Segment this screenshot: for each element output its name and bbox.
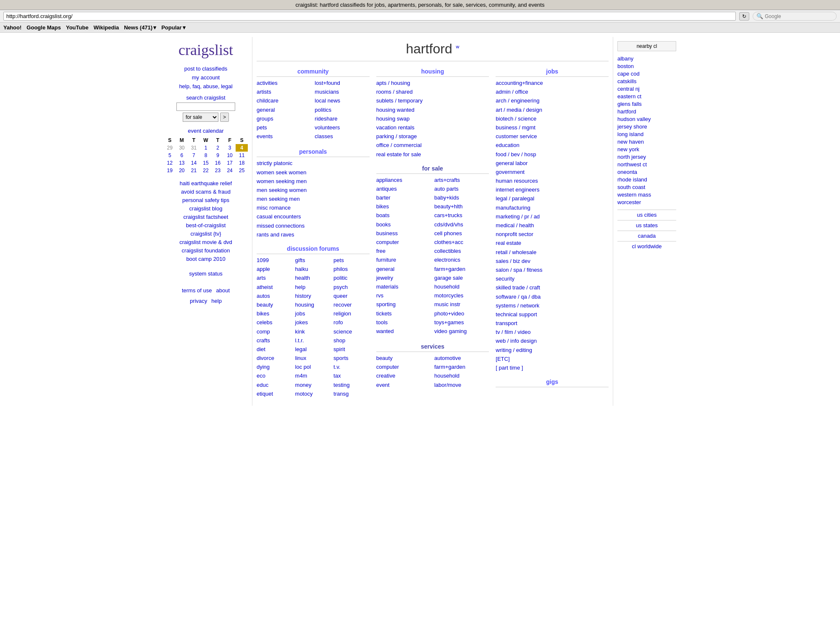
disc-atheist[interactable]: atheist bbox=[257, 284, 293, 291]
disc-philos[interactable]: philos bbox=[333, 265, 370, 273]
us-cities-link[interactable]: us cities bbox=[617, 212, 676, 218]
job-government[interactable]: government bbox=[496, 168, 609, 176]
disc-locpol[interactable]: loc pol bbox=[295, 363, 331, 371]
browser-search-box[interactable]: 🔍 bbox=[753, 12, 837, 21]
disc-bikes[interactable]: bikes bbox=[257, 310, 293, 318]
job-software[interactable]: software / qa / dba bbox=[496, 293, 609, 301]
disc-tv[interactable]: t.v. bbox=[333, 363, 370, 371]
bootcamp-link[interactable]: boot camp 2010 bbox=[164, 256, 248, 262]
cal-cell[interactable]: 30 bbox=[176, 144, 188, 152]
disc-comp[interactable]: comp bbox=[257, 328, 293, 336]
refresh-button[interactable]: ↻ bbox=[739, 12, 749, 21]
fs-wanted[interactable]: wanted bbox=[376, 328, 431, 335]
job-customer[interactable]: customer service bbox=[496, 133, 609, 140]
fs-rvs[interactable]: rvs bbox=[376, 292, 431, 299]
housing-rooms[interactable]: rooms / shared bbox=[376, 88, 489, 96]
disc-pets[interactable]: pets bbox=[333, 257, 370, 264]
community-link-events[interactable]: events bbox=[257, 133, 311, 140]
job-biotech[interactable]: biotech / science bbox=[496, 115, 609, 123]
disc-recover[interactable]: recover bbox=[333, 301, 370, 309]
system-status-link[interactable]: system status bbox=[164, 270, 248, 277]
disc-eco[interactable]: eco bbox=[257, 372, 293, 380]
cal-cell[interactable]: 20 bbox=[176, 167, 188, 174]
job-tech[interactable]: technical support bbox=[496, 311, 609, 318]
fs-bikes[interactable]: bikes bbox=[376, 203, 431, 210]
cal-cell[interactable]: 12 bbox=[164, 159, 176, 167]
nearby-easternct[interactable]: eastern ct bbox=[617, 93, 676, 100]
popular-dropdown[interactable]: Popular▾ bbox=[161, 24, 185, 31]
disc-m4m[interactable]: m4m bbox=[295, 372, 331, 380]
community-link-musicians[interactable]: musicians bbox=[315, 88, 369, 96]
factsheet-link[interactable]: craigslist factsheet bbox=[164, 214, 248, 220]
fs-furniture[interactable]: furniture bbox=[376, 256, 431, 264]
job-retail[interactable]: retail / wholesale bbox=[496, 249, 609, 256]
disc-sports[interactable]: sports bbox=[333, 354, 370, 362]
svc-creative[interactable]: creative bbox=[376, 372, 431, 380]
foundation-link[interactable]: craigslist foundation bbox=[164, 247, 248, 254]
tv-link[interactable]: craigslist {tv} bbox=[164, 231, 248, 237]
disc-ltr[interactable]: l.t.r. bbox=[295, 337, 331, 344]
job-food[interactable]: food / bev / hosp bbox=[496, 151, 609, 158]
best-of-link[interactable]: best-of-craigslist bbox=[164, 222, 248, 228]
job-accounting[interactable]: accounting+finance bbox=[496, 79, 609, 87]
bookmark-yahoo[interactable]: Yahoo! bbox=[3, 24, 21, 31]
fs-books[interactable]: books bbox=[376, 221, 431, 228]
nearby-worcester[interactable]: worcester bbox=[617, 199, 676, 205]
nearby-oneonta[interactable]: oneonta bbox=[617, 169, 676, 175]
disc-science[interactable]: science bbox=[333, 328, 370, 336]
disc-crafts[interactable]: crafts bbox=[257, 337, 293, 344]
cal-cell[interactable]: 18 bbox=[236, 159, 248, 167]
cal-cell[interactable]: 22 bbox=[200, 167, 212, 174]
disc-autos[interactable]: autos bbox=[257, 292, 293, 300]
svc-beauty[interactable]: beauty bbox=[376, 354, 431, 362]
community-link-general[interactable]: general bbox=[257, 106, 311, 114]
housing-swap[interactable]: housing swap bbox=[376, 115, 489, 123]
disc-queer[interactable]: queer bbox=[333, 292, 370, 300]
fs-general[interactable]: general bbox=[376, 265, 431, 273]
bookmark-google-maps[interactable]: Google Maps bbox=[26, 24, 61, 31]
disc-housing[interactable]: housing bbox=[295, 301, 331, 309]
svc-farmgarden[interactable]: farm+garden bbox=[434, 363, 489, 371]
fs-tickets[interactable]: tickets bbox=[376, 310, 431, 318]
address-input[interactable] bbox=[3, 12, 736, 21]
blog-link[interactable]: craigslist blog bbox=[164, 205, 248, 212]
cal-cell[interactable]: 15 bbox=[200, 159, 212, 167]
cal-cell[interactable]: 13 bbox=[176, 159, 188, 167]
us-states-link[interactable]: us states bbox=[617, 222, 676, 228]
nearby-hudsonvalley[interactable]: hudson valley bbox=[617, 116, 676, 122]
nearby-albany[interactable]: albany bbox=[617, 55, 676, 62]
disc-educ[interactable]: educ bbox=[257, 381, 293, 389]
job-security[interactable]: security bbox=[496, 275, 609, 283]
disc-money[interactable]: money bbox=[295, 381, 331, 389]
cal-cell[interactable]: 3 bbox=[224, 144, 236, 152]
w-link[interactable]: w bbox=[456, 44, 459, 49]
nearby-longisland[interactable]: long island bbox=[617, 131, 676, 137]
fs-clothesacc[interactable]: clothes+acc bbox=[434, 239, 489, 246]
svc-automotive[interactable]: automotive bbox=[434, 354, 489, 362]
fs-toysgames[interactable]: toys+games bbox=[434, 319, 489, 326]
fs-videogaming[interactable]: video gaming bbox=[434, 328, 489, 335]
disc-history[interactable]: history bbox=[295, 292, 331, 300]
housing-vacation[interactable]: vacation rentals bbox=[376, 124, 489, 131]
job-writing[interactable]: writing / editing bbox=[496, 346, 609, 354]
disc-etiquet[interactable]: etiquet bbox=[257, 390, 293, 398]
fs-photovideo[interactable]: photo+video bbox=[434, 310, 489, 318]
cal-cell[interactable]: 11 bbox=[236, 152, 248, 159]
fs-barter[interactable]: barter bbox=[376, 194, 431, 202]
terms-link[interactable]: terms of use bbox=[182, 287, 212, 294]
cal-cell[interactable]: 29 bbox=[164, 144, 176, 152]
cal-cell[interactable]: 19 bbox=[164, 167, 176, 174]
disc-celebs[interactable]: celebs bbox=[257, 319, 293, 326]
housing-parking[interactable]: parking / storage bbox=[376, 133, 489, 140]
job-admin[interactable]: admin / office bbox=[496, 88, 609, 96]
job-realestate[interactable]: real estate bbox=[496, 239, 609, 247]
cal-cell[interactable]: 10 bbox=[224, 152, 236, 159]
job-marketing[interactable]: marketing / pr / ad bbox=[496, 213, 609, 220]
community-link-artists[interactable]: artists bbox=[257, 88, 311, 96]
disc-transg[interactable]: transg bbox=[333, 390, 370, 398]
job-education[interactable]: education bbox=[496, 142, 609, 149]
community-link-volunteers[interactable]: volunteers bbox=[315, 124, 369, 131]
fs-computer[interactable]: computer bbox=[376, 239, 431, 246]
disc-1099[interactable]: 1099 bbox=[257, 257, 293, 264]
community-link-lostfound[interactable]: lost+found bbox=[315, 79, 369, 87]
